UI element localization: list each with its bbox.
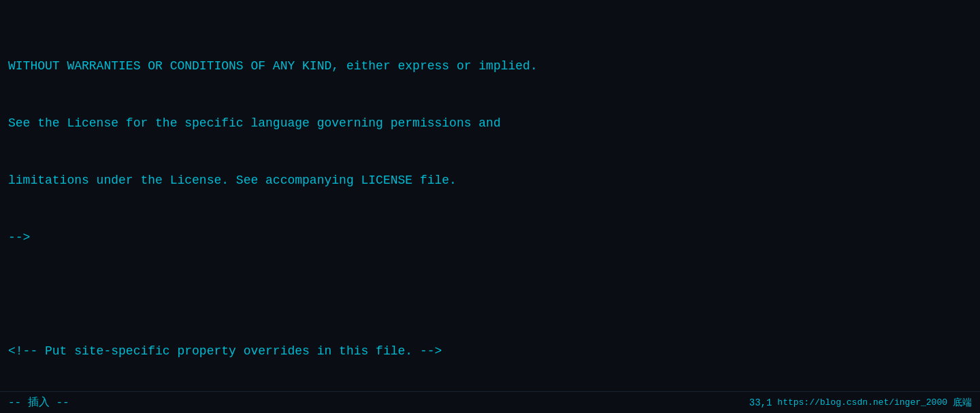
url-text: https://blog.csdn.net/inger_2000 [777,397,947,408]
line-2: See the License for the specific languag… [3,114,980,134]
cursor-position: 33,1 [749,397,772,408]
line-5 [3,285,980,305]
status-bar: -- 插入 -- 33,1 https://blog.csdn.net/inge… [0,391,980,413]
editor-container: WITHOUT WARRANTIES OR CONDITIONS OF ANY … [0,0,980,413]
editor-mode: -- 插入 -- [8,395,69,410]
status-left: -- 插入 -- [8,395,69,410]
status-right: 33,1 https://blog.csdn.net/inger_2000 底端 [749,397,972,409]
line-6: <!-- Put site-specific property override… [3,342,980,362]
end-text: 底端 [953,397,972,409]
line-3: limitations under the License. See accom… [3,171,980,191]
line-1: WITHOUT WARRANTIES OR CONDITIONS OF ANY … [3,56,980,77]
code-content: WITHOUT WARRANTIES OR CONDITIONS OF ANY … [0,0,980,413]
line-4: --> [3,228,980,248]
